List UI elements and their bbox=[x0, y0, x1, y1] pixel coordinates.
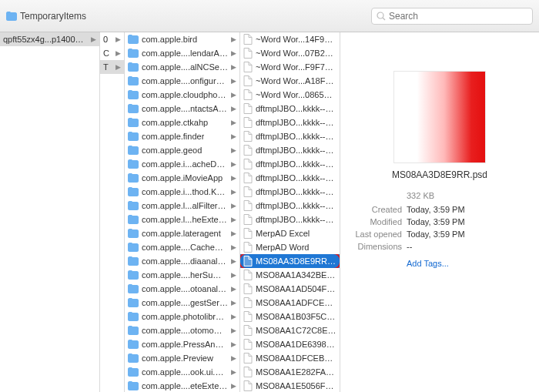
list-item[interactable]: com.apple.iMovieApp▶ bbox=[125, 171, 239, 185]
list-item[interactable]: MerpAD Word bbox=[240, 240, 340, 254]
chevron-right-icon: ▶ bbox=[231, 340, 236, 348]
column-2[interactable]: com.apple.bird▶com.apple....lendarAgent▶… bbox=[125, 32, 240, 392]
folder-icon bbox=[128, 367, 139, 377]
list-item[interactable]: MSO8AA1DFCEB61.png bbox=[240, 351, 340, 365]
item-label: ~Word Wor...A18F2}.tmp bbox=[256, 76, 336, 85]
file-icon bbox=[243, 311, 253, 322]
list-item[interactable]: com.apple....otomoments▶ bbox=[125, 323, 239, 337]
list-item[interactable]: com.apple....otoanalysisd▶ bbox=[125, 282, 239, 296]
list-item[interactable]: MS08AA3D8E9RR.psd bbox=[240, 254, 340, 268]
list-item[interactable]: com.apple.finder▶ bbox=[125, 129, 239, 143]
folder-icon bbox=[128, 76, 139, 85]
list-item[interactable]: com.apple....herSummary▶ bbox=[125, 268, 239, 282]
item-label: T bbox=[103, 62, 109, 72]
chevron-right-icon: ▶ bbox=[231, 230, 236, 237]
list-item[interactable]: com.apple....CacheDelete▶ bbox=[125, 240, 239, 254]
list-item[interactable]: T▶ bbox=[100, 60, 124, 74]
list-item[interactable]: MSO8AA1B03F5C0.png bbox=[240, 310, 340, 323]
list-item[interactable]: com.apple....lendarAgent▶ bbox=[125, 46, 239, 60]
list-item[interactable]: dftmpIJBO...kkkk-------- bbox=[240, 129, 340, 143]
search-input[interactable] bbox=[389, 11, 527, 22]
item-label: MSO8AA1C72C8E7.png bbox=[256, 326, 336, 335]
search-field[interactable] bbox=[371, 8, 533, 25]
list-item[interactable]: ~Word Wor...A18F2}.tmp bbox=[240, 74, 340, 88]
list-item[interactable]: com.apple....onfiguration▶ bbox=[125, 74, 239, 88]
list-item[interactable]: dftmpIJBO...kkkk-------- bbox=[240, 143, 340, 157]
list-item[interactable]: ~Word Wor...14F90}.tmp bbox=[240, 32, 340, 46]
list-item[interactable]: com.apple....alNCService▶ bbox=[125, 60, 239, 74]
list-item[interactable]: 0▶ bbox=[100, 32, 124, 46]
list-item[interactable]: com.apple.bird▶ bbox=[125, 32, 239, 46]
chevron-right-icon: ▶ bbox=[231, 243, 236, 251]
folder-icon bbox=[128, 90, 139, 99]
file-icon bbox=[243, 283, 253, 294]
list-item[interactable]: com.apple.PressAndHold▶ bbox=[125, 337, 239, 351]
file-icon bbox=[243, 173, 253, 183]
folder-icon bbox=[6, 12, 17, 21]
list-item[interactable]: MSO8AA1DE63980.png bbox=[240, 337, 340, 351]
folder-icon bbox=[128, 298, 139, 307]
path-segment[interactable]: TemporaryItems bbox=[6, 11, 86, 22]
file-icon bbox=[243, 325, 253, 336]
chevron-right-icon: ▶ bbox=[231, 91, 236, 99]
item-label: MerpAD Word bbox=[256, 243, 309, 252]
list-item[interactable]: C▶ bbox=[100, 46, 124, 60]
preview-filename: MS08AA3D8E9RR.psd bbox=[350, 169, 530, 180]
list-item[interactable]: com.apple.geod▶ bbox=[125, 143, 239, 157]
list-item[interactable]: com.apple.l...alFiltersXPC▶ bbox=[125, 199, 239, 213]
chevron-right-icon: ▶ bbox=[231, 299, 236, 307]
list-item[interactable]: com.apple.i...acheDelete▶ bbox=[125, 157, 239, 171]
folder-icon bbox=[128, 340, 139, 349]
list-item[interactable]: dftmpIJBO...kkkk-------- bbox=[240, 102, 340, 116]
list-item[interactable]: com.apple.photolibraryd▶ bbox=[125, 310, 239, 323]
item-label: dftmpIJBO...kkkk-------- bbox=[256, 173, 336, 183]
item-label: com.apple.i...acheDelete bbox=[142, 159, 228, 169]
list-item[interactable]: MSO8AA1E282FAD.png bbox=[240, 365, 340, 379]
list-item[interactable]: MSO8AA1AD504F9.png bbox=[240, 282, 340, 296]
item-label: com.apple.ctkahp bbox=[142, 118, 208, 127]
list-item[interactable]: MSO8AA1E5056F4.png bbox=[240, 379, 340, 392]
folder-icon bbox=[128, 215, 139, 224]
meta-value: Today, 3:59 PM bbox=[407, 228, 465, 240]
list-item[interactable]: com.apple.ctkahp▶ bbox=[125, 116, 239, 129]
chevron-right-icon: ▶ bbox=[231, 146, 236, 154]
file-icon bbox=[243, 131, 253, 142]
list-item[interactable]: MSO8AA1ADFCE5E.png bbox=[240, 296, 340, 310]
list-item[interactable]: MSO8AA1C72C8E7.png bbox=[240, 323, 340, 337]
list-item[interactable]: com.apple.lateragent▶ bbox=[125, 226, 239, 240]
list-item[interactable]: MSO8AA1A342BE7.png bbox=[240, 268, 340, 282]
column-0[interactable]: qpft55zx4g...p140000gp▶ bbox=[0, 32, 100, 392]
meta-key: Created bbox=[350, 203, 402, 216]
list-item[interactable]: com.apple.Preview▶ bbox=[125, 351, 239, 365]
item-label: com.apple....gestService bbox=[142, 298, 228, 307]
item-label: com.apple....herSummary bbox=[142, 270, 228, 280]
list-item[interactable]: com.apple.i...thod.Kotoeri▶ bbox=[125, 185, 239, 199]
list-item[interactable]: qpft55zx4g...p140000gp▶ bbox=[0, 32, 99, 46]
column-1[interactable]: 0▶C▶T▶ bbox=[100, 32, 125, 392]
item-label: dftmpIJBO...kkkk-------- bbox=[256, 187, 336, 196]
list-item[interactable]: com.apple....gestService▶ bbox=[125, 296, 239, 310]
list-item[interactable]: ~Word Wor...07B20}.tmp bbox=[240, 46, 340, 60]
list-item[interactable]: dftmpIJBO...kkkk-------- bbox=[240, 171, 340, 185]
list-item[interactable]: com.apple....ntactsAgent▶ bbox=[125, 102, 239, 116]
meta-row: CreatedToday, 3:59 PM bbox=[350, 203, 530, 216]
list-item[interactable]: dftmpIJBO...kkkk-------- bbox=[240, 199, 340, 213]
list-item[interactable]: dftmpIJBO...kkkk-------- bbox=[240, 157, 340, 171]
list-item[interactable]: com.apple.l...heExtension▶ bbox=[125, 213, 239, 226]
chevron-right-icon: ▶ bbox=[231, 174, 236, 182]
add-tags-link[interactable]: Add Tags... bbox=[407, 259, 530, 268]
list-item[interactable]: ~Word Wor...F9F7F}.tmp bbox=[240, 60, 340, 74]
list-item[interactable]: com.apple....eteExtension▶ bbox=[125, 379, 239, 392]
list-item[interactable]: com.apple....ook.ui.helper▶ bbox=[125, 365, 239, 379]
list-item[interactable]: com.apple.cloudphotosd▶ bbox=[125, 88, 239, 102]
column-3[interactable]: ~Word Wor...14F90}.tmp~Word Wor...07B20}… bbox=[240, 32, 340, 392]
list-item[interactable]: MerpAD Excel bbox=[240, 226, 340, 240]
chevron-right-icon: ▶ bbox=[231, 354, 236, 362]
list-item[interactable]: dftmpIJBO...kkkk-------- bbox=[240, 185, 340, 199]
item-label: dftmpIJBO...kkkk-------- bbox=[256, 146, 336, 155]
folder-icon bbox=[128, 326, 139, 335]
list-item[interactable]: ~Word Wor...0865E}.tmp bbox=[240, 88, 340, 102]
list-item[interactable]: dftmpIJBO...kkkk-------- bbox=[240, 213, 340, 226]
list-item[interactable]: com.apple....diaanalysisd▶ bbox=[125, 254, 239, 268]
list-item[interactable]: dftmpIJBO...kkkk-------- bbox=[240, 116, 340, 129]
